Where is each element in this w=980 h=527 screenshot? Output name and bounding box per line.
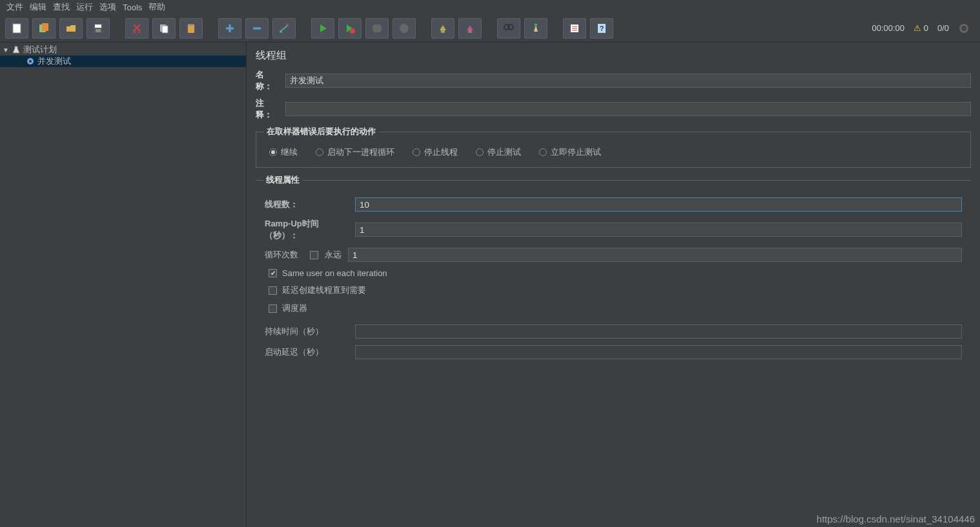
error-action-group: 在取样器错误后要执行的动作 继续 启动下一进程循环 停止线程 停止测试 立即停止…	[256, 126, 971, 168]
menu-file[interactable]: 文件	[6, 1, 23, 13]
start-no-timers-button[interactable]	[338, 18, 362, 39]
open-button[interactable]	[59, 18, 83, 39]
main-area: ▼ 测试计划 并发测试 ︰︰︰ 线程组 名称： 注释： 在取样器错误后要执行的动…	[0, 43, 980, 527]
rampup-input[interactable]	[355, 223, 962, 237]
radio-stop-test-now[interactable]: 立即停止测试	[539, 146, 601, 158]
svg-rect-5	[96, 29, 101, 32]
function-helper-button[interactable]	[563, 18, 586, 39]
svg-rect-2	[42, 23, 48, 31]
clear-all-button[interactable]	[458, 18, 482, 39]
delay-create-label: 延迟创建线程直到需要	[282, 284, 366, 296]
svg-rect-17	[468, 30, 472, 33]
svg-point-27	[29, 60, 32, 63]
toolbar: ? 00:00:00 ⚠ 0 0/0	[0, 14, 980, 43]
radio-stop-test[interactable]: 停止测试	[476, 146, 521, 158]
svg-point-25	[961, 26, 966, 31]
radio-icon	[269, 148, 277, 156]
radio-icon	[539, 148, 547, 156]
flask-icon	[12, 45, 21, 54]
tree-item-thread-group[interactable]: 并发测试	[0, 55, 246, 67]
svg-rect-11	[189, 24, 193, 26]
search-tree-button[interactable]	[497, 18, 520, 39]
svg-rect-16	[441, 30, 445, 33]
toggle-button[interactable]	[272, 18, 296, 39]
loop-input[interactable]	[348, 248, 962, 262]
svg-rect-0	[13, 24, 21, 33]
forever-checkbox[interactable]	[310, 251, 318, 259]
name-label: 名称：	[256, 69, 279, 92]
menu-help[interactable]: 帮助	[148, 1, 165, 13]
menu-run[interactable]: 运行	[76, 1, 93, 13]
warning-icon: ⚠	[914, 23, 921, 33]
rampup-label: Ramp-Up时间（秒）：	[265, 218, 349, 241]
gauge-icon	[958, 23, 970, 34]
templates-button[interactable]	[32, 18, 56, 39]
menu-edit[interactable]: 编辑	[30, 1, 46, 13]
radio-icon	[413, 148, 420, 156]
threads-label: 线程数：	[265, 199, 349, 210]
menu-options[interactable]: 选项	[99, 1, 116, 13]
svg-point-12	[280, 30, 282, 33]
clear-button[interactable]	[431, 18, 454, 39]
radio-icon	[316, 148, 323, 156]
copy-button[interactable]	[152, 18, 176, 39]
tree-item-label: 并发测试	[37, 55, 71, 67]
scheduler-checkbox[interactable]	[269, 304, 277, 313]
svg-rect-20	[535, 24, 537, 26]
svg-point-14	[350, 28, 355, 34]
tree-panel: ▼ 测试计划 并发测试	[0, 43, 247, 527]
elapsed-time: 00:00:00	[872, 23, 904, 33]
menu-bar: 文件 编辑 查找 运行 选项 Tools 帮助	[0, 0, 980, 14]
add-button[interactable]	[218, 18, 241, 39]
stop-button[interactable]	[365, 18, 389, 39]
new-button[interactable]	[5, 18, 28, 39]
thread-properties-legend: 线程属性	[263, 174, 302, 186]
duration-input[interactable]	[355, 324, 962, 339]
tree-root-label: 测试计划	[23, 44, 57, 55]
thread-properties-group: 线程属性 线程数： Ramp-Up时间（秒）： 循环次数 永远	[256, 174, 971, 362]
help-button[interactable]: ?	[590, 18, 613, 39]
menu-tools[interactable]: Tools	[123, 3, 142, 12]
startup-delay-label: 启动延迟（秒）	[265, 346, 349, 358]
error-action-legend: 在取样器错误后要执行的动作	[264, 126, 378, 137]
radio-icon	[476, 148, 484, 156]
threads-input[interactable]	[355, 197, 962, 212]
radio-next-loop[interactable]: 启动下一进程循环	[316, 146, 394, 158]
startup-delay-input[interactable]	[355, 345, 962, 359]
radio-stop-thread[interactable]: 停止线程	[413, 146, 458, 158]
paste-button[interactable]	[179, 18, 203, 39]
panel-title: 线程组	[256, 49, 971, 63]
duration-label: 持续时间（秒）	[265, 326, 349, 337]
save-button[interactable]	[87, 18, 110, 39]
svg-rect-4	[95, 25, 101, 28]
svg-rect-9	[162, 26, 168, 33]
scheduler-label: 调度器	[282, 303, 307, 314]
comment-input[interactable]	[285, 102, 971, 116]
delay-create-checkbox[interactable]	[269, 286, 277, 295]
content-panel: ︰︰︰ 线程组 名称： 注释： 在取样器错误后要执行的动作 继续 启动下一进程循…	[247, 43, 980, 527]
tree-root[interactable]: ▼ 测试计划	[0, 44, 246, 55]
start-button[interactable]	[311, 18, 334, 39]
forever-label: 永远	[325, 249, 342, 261]
comment-label: 注释：	[256, 97, 279, 121]
same-user-label: Same user on each iteration	[282, 268, 387, 278]
splitter-grip[interactable]: ︰︰︰	[247, 330, 247, 338]
shutdown-button[interactable]	[393, 18, 416, 39]
loop-label: 循环次数	[265, 249, 303, 261]
gear-icon	[26, 57, 35, 66]
status-area: 00:00:00 ⚠ 0 0/0	[872, 23, 970, 34]
name-input[interactable]	[285, 74, 971, 88]
thread-count: 0/0	[937, 23, 949, 33]
remove-button[interactable]	[245, 18, 269, 39]
svg-point-13	[286, 24, 289, 26]
svg-point-15	[400, 24, 409, 33]
svg-text:?: ?	[600, 25, 604, 32]
warning-count: 0	[924, 23, 928, 33]
collapse-icon[interactable]: ▼	[3, 46, 9, 54]
cut-button[interactable]	[125, 18, 148, 39]
menu-search[interactable]: 查找	[53, 1, 70, 13]
watermark: https://blog.csdn.net/sinat_34104446	[817, 513, 975, 524]
radio-continue[interactable]: 继续	[269, 146, 298, 158]
same-user-checkbox[interactable]	[269, 269, 277, 277]
reset-search-button[interactable]	[524, 18, 547, 39]
